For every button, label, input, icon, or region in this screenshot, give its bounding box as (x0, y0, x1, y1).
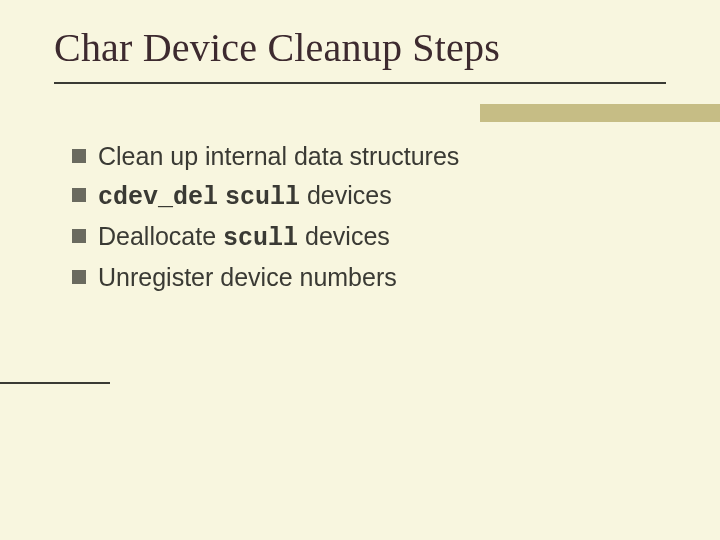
bullet-item: Deallocate scull devices (72, 220, 652, 255)
code-span: scull (225, 183, 300, 212)
square-bullet-icon (72, 149, 86, 163)
left-rule (0, 382, 110, 384)
slide-body: Clean up internal data structures cdev_d… (72, 140, 652, 300)
square-bullet-icon (72, 188, 86, 202)
text-span: devices (307, 181, 392, 209)
accent-bar (480, 104, 720, 122)
slide-title: Char Device Cleanup Steps (54, 24, 500, 71)
bullet-item: Unregister device numbers (72, 261, 652, 294)
square-bullet-icon (72, 229, 86, 243)
title-underline (54, 82, 666, 84)
square-bullet-icon (72, 270, 86, 284)
bullet-text: cdev_del scull devices (98, 179, 392, 214)
slide: Char Device Cleanup Steps Clean up inter… (0, 0, 720, 540)
bullet-text: Unregister device numbers (98, 261, 397, 294)
bullet-item: cdev_del scull devices (72, 179, 652, 214)
text-span: devices (305, 222, 390, 250)
bullet-item: Clean up internal data structures (72, 140, 652, 173)
bullet-text: Clean up internal data structures (98, 140, 459, 173)
code-span: cdev_del (98, 183, 218, 212)
bullet-text: Deallocate scull devices (98, 220, 390, 255)
text-span: Deallocate (98, 222, 216, 250)
code-span: scull (223, 224, 298, 253)
